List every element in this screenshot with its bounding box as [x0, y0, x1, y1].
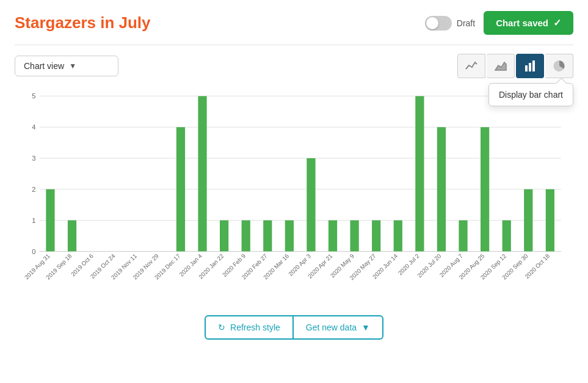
- bar-chart-icon: [523, 59, 537, 73]
- page-title: Stargazers in July: [15, 13, 151, 32]
- get-data-label: Get new data: [306, 323, 357, 332]
- chart-type-wrapper: Display bar chart: [457, 54, 573, 78]
- svg-marker-0: [495, 62, 506, 70]
- svg-rect-47: [415, 96, 424, 251]
- chart-type-buttons: [457, 54, 573, 78]
- svg-rect-35: [285, 221, 294, 252]
- svg-rect-27: [198, 96, 206, 251]
- svg-text:3: 3: [32, 155, 35, 162]
- svg-text:4: 4: [32, 123, 35, 131]
- svg-rect-39: [328, 221, 337, 252]
- pie-chart-icon: [553, 59, 566, 73]
- bottom-bar: ↻ Refresh style Get new data ▼: [15, 315, 573, 340]
- svg-text:0: 0: [32, 248, 35, 255]
- header: Stargazers in July Draft Chart saved ✓: [15, 11, 573, 35]
- svg-rect-25: [176, 127, 185, 251]
- svg-rect-55: [503, 221, 511, 252]
- bar-chart-svg: 0123452019 Aug 312019 Sep 182019 Oct 620…: [15, 86, 573, 305]
- svg-rect-3: [532, 60, 535, 71]
- check-icon: ✓: [553, 17, 561, 29]
- svg-rect-2: [529, 63, 531, 71]
- toggle-knob: [426, 17, 438, 29]
- bar-chart-button[interactable]: [516, 54, 544, 78]
- bar-chart-tooltip: Display bar chart: [488, 83, 573, 106]
- svg-text:2: 2: [32, 186, 35, 193]
- line-chart-icon: [465, 59, 478, 73]
- svg-rect-19: [68, 221, 76, 252]
- get-new-data-button[interactable]: Get new data ▼: [294, 315, 383, 340]
- pie-chart-button[interactable]: [545, 54, 573, 78]
- svg-rect-31: [242, 221, 250, 252]
- draft-toggle-wrap: Draft: [425, 16, 475, 31]
- svg-rect-41: [350, 221, 359, 252]
- svg-rect-17: [46, 189, 54, 252]
- refresh-icon: ↻: [218, 323, 225, 332]
- chart-saved-label: Chart saved: [496, 18, 548, 28]
- draft-label: Draft: [457, 18, 475, 28]
- svg-rect-1: [525, 65, 528, 71]
- svg-text:1: 1: [32, 217, 35, 224]
- svg-rect-29: [220, 221, 228, 252]
- toolbar: Chart view ▼: [15, 45, 573, 78]
- svg-text:2020 Jul 20: 2020 Jul 20: [416, 252, 442, 279]
- line-chart-button[interactable]: [457, 54, 485, 78]
- svg-rect-51: [459, 221, 467, 252]
- refresh-style-button[interactable]: ↻ Refresh style: [205, 315, 294, 340]
- svg-rect-45: [394, 221, 402, 252]
- refresh-label: Refresh style: [230, 323, 280, 332]
- chevron-down-icon: ▼: [361, 323, 370, 332]
- svg-rect-37: [307, 158, 315, 252]
- chevron-down-icon: ▼: [69, 62, 76, 70]
- svg-rect-43: [372, 221, 380, 252]
- chart-view-select[interactable]: Chart view ▼: [15, 56, 118, 76]
- area-chart-icon: [494, 59, 507, 73]
- tooltip-text: Display bar chart: [499, 90, 563, 100]
- page: Stargazers in July Draft Chart saved ✓ C…: [0, 0, 588, 383]
- svg-rect-57: [524, 189, 532, 252]
- svg-rect-49: [437, 127, 446, 251]
- svg-text:5: 5: [32, 92, 35, 100]
- chart-container: 0123452019 Aug 312019 Sep 182019 Oct 620…: [15, 86, 573, 305]
- svg-rect-53: [481, 127, 489, 251]
- svg-rect-59: [546, 189, 554, 252]
- area-chart-button[interactable]: [487, 54, 515, 78]
- header-right: Draft Chart saved ✓: [425, 11, 573, 35]
- svg-rect-33: [263, 221, 272, 252]
- chart-view-label: Chart view: [24, 61, 64, 71]
- draft-toggle[interactable]: [425, 16, 452, 31]
- chart-saved-button[interactable]: Chart saved ✓: [484, 11, 573, 35]
